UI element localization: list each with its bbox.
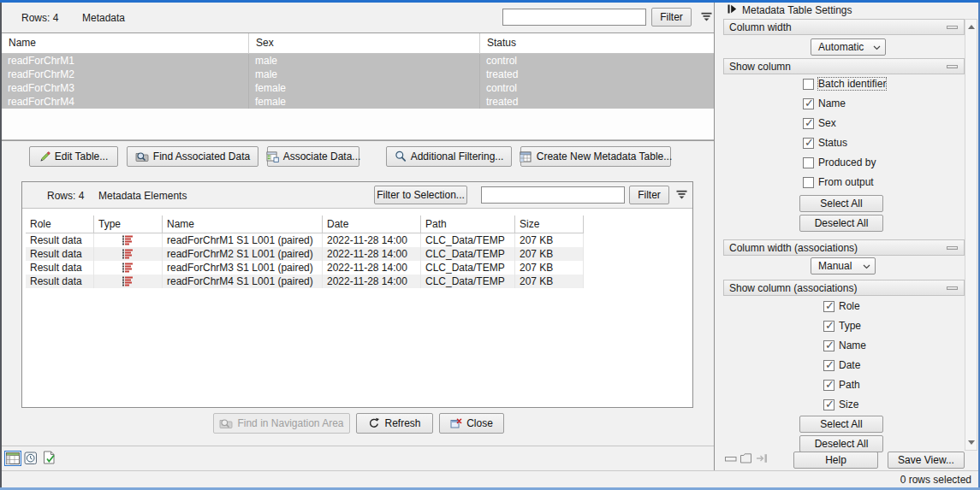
table-row[interactable]: readForChrM1 male control xyxy=(2,54,715,68)
checkbox-label: Role xyxy=(839,300,860,312)
checkbox-box[interactable] xyxy=(823,301,834,312)
section-header-show-column-associations[interactable]: Show column (associations) xyxy=(723,280,965,296)
checkbox-type[interactable]: Type xyxy=(823,319,861,333)
sidebar-collapse-icon[interactable] xyxy=(728,4,737,14)
column-header-type[interactable]: Type xyxy=(94,215,163,233)
find-associated-data-button[interactable]: Find Associated Data xyxy=(127,146,258,167)
scroll-up-icon[interactable] xyxy=(968,25,975,29)
column-header-date[interactable]: Date xyxy=(323,215,421,233)
collapse-handle-icon[interactable] xyxy=(947,65,958,68)
associate-data-button[interactable]: Associate Data... xyxy=(267,146,359,167)
checkbox-status[interactable]: Status xyxy=(803,136,847,150)
table-view-icon[interactable] xyxy=(4,451,21,466)
table-grid-icon xyxy=(266,151,279,162)
column-width-select[interactable]: Automatic xyxy=(811,38,886,56)
table-row[interactable]: readForChrM4 female treated xyxy=(2,95,715,109)
checkbox-date[interactable]: Date xyxy=(823,358,860,372)
checkbox-path[interactable]: Path xyxy=(823,378,860,392)
cell-name: readForChrM4 S1 L001 (paired) xyxy=(163,275,323,288)
dock-right-icon[interactable] xyxy=(756,453,768,463)
table-row[interactable]: Result data readForChrM3 S1 L001 (paired… xyxy=(26,261,584,275)
history-clock-icon[interactable] xyxy=(24,452,38,465)
metadata-filter-input[interactable] xyxy=(502,9,646,26)
float-window-icon[interactable] xyxy=(740,453,751,463)
table-row[interactable]: Result data readForChrM4 S1 L001 (paired… xyxy=(26,275,584,288)
cell-type xyxy=(94,275,163,288)
checkbox-batch-identifier[interactable]: Batch identifier xyxy=(803,77,886,91)
checkbox-size[interactable]: Size xyxy=(823,398,858,411)
section-header-column-width-associations[interactable]: Column width (associations) xyxy=(723,239,965,256)
section-header-column-width[interactable]: Column width xyxy=(723,19,965,35)
section-header-show-column[interactable]: Show column xyxy=(723,58,965,74)
select-all-button[interactable]: Select All xyxy=(799,195,883,212)
checkbox-produced-by[interactable]: Produced by xyxy=(803,156,876,169)
table-row[interactable]: readForChrM2 male treated xyxy=(2,68,715,81)
checkbox-box[interactable] xyxy=(823,380,834,391)
sequence-list-icon xyxy=(122,249,134,259)
checkbox-role[interactable]: Role xyxy=(823,299,860,313)
close-button[interactable]: Close xyxy=(439,413,504,434)
select-all-associations-button[interactable]: Select All xyxy=(799,416,883,433)
folder-magnifier-icon xyxy=(135,151,149,162)
create-new-metadata-table-button[interactable]: Create New Metadata Table... xyxy=(520,146,671,167)
checkbox-box[interactable] xyxy=(803,157,814,168)
element-info-icon[interactable] xyxy=(43,451,56,464)
cell-date: 2022-11-28 14:00 xyxy=(323,275,421,288)
table-row[interactable]: Result data readForChrM2 S1 L001 (paired… xyxy=(26,247,584,261)
elements-filter-button[interactable]: Filter xyxy=(629,186,669,204)
deselect-all-associations-button[interactable]: Deselect All xyxy=(799,435,883,452)
filter-lines-icon[interactable] xyxy=(676,190,687,199)
table-row[interactable]: readForChrM3 female control xyxy=(2,81,715,95)
metadata-filter-button[interactable]: Filter xyxy=(651,8,692,27)
column-header-sex[interactable]: Sex xyxy=(249,33,480,54)
filter-to-selection-button[interactable]: Filter to Selection... xyxy=(374,186,467,204)
edit-table-button[interactable]: Edit Table... xyxy=(29,146,118,167)
checkbox-box[interactable] xyxy=(803,138,814,149)
checkbox-from-output[interactable]: From output xyxy=(803,175,874,189)
minimize-icon[interactable] xyxy=(725,456,737,463)
cell-path: CLC_Data/TEMP xyxy=(421,261,515,275)
select-all-label: Select All xyxy=(820,198,862,210)
checkbox-sex[interactable]: Sex xyxy=(803,116,836,130)
column-header-name[interactable]: Name xyxy=(163,215,323,233)
collapse-handle-icon[interactable] xyxy=(947,286,958,290)
checkbox-label: Batch identifier xyxy=(818,78,886,90)
column-header-name[interactable]: Name xyxy=(2,33,249,54)
checkbox-box[interactable] xyxy=(803,79,814,90)
folder-magnifier-icon xyxy=(219,417,233,429)
checkbox-box[interactable] xyxy=(823,321,834,332)
deselect-all-button[interactable]: Deselect All xyxy=(799,215,883,232)
checkbox-box[interactable] xyxy=(823,340,834,351)
save-view-button[interactable]: Save View... xyxy=(888,452,965,469)
checkbox-assoc-name[interactable]: Name xyxy=(823,339,866,352)
column-header-path[interactable]: Path xyxy=(421,215,515,233)
filter-button-label: Filter xyxy=(660,11,683,23)
checkbox-box[interactable] xyxy=(823,360,834,371)
find-in-navigation-area-button[interactable]: Find in Navigation Area xyxy=(213,413,350,434)
side-panel-scrollbar[interactable] xyxy=(965,19,977,451)
column-header-role[interactable]: Role xyxy=(26,215,94,233)
checkbox-box[interactable] xyxy=(803,118,814,129)
collapse-handle-icon[interactable] xyxy=(947,246,958,250)
column-width-associations-select[interactable]: Manual xyxy=(811,257,876,275)
chevron-down-icon xyxy=(873,45,881,50)
elements-filter-input[interactable] xyxy=(481,186,625,204)
checkbox-box[interactable] xyxy=(803,177,814,188)
checkbox-name[interactable]: Name xyxy=(803,97,846,110)
additional-filtering-button[interactable]: Additional Filtering... xyxy=(386,146,512,167)
panel-splitter[interactable] xyxy=(714,3,715,470)
additional-filtering-label: Additional Filtering... xyxy=(411,151,504,162)
checkbox-box[interactable] xyxy=(803,98,814,109)
table-row[interactable]: Result data readForChrM1 S1 L001 (paired… xyxy=(26,233,584,247)
checkbox-box[interactable] xyxy=(823,399,834,410)
scroll-down-icon[interactable] xyxy=(968,440,975,445)
column-header-size[interactable]: Size xyxy=(515,215,584,233)
pencil-icon xyxy=(39,151,50,162)
dropdown-value: Manual xyxy=(818,260,852,272)
filter-lines-icon[interactable] xyxy=(701,12,712,21)
collapse-handle-icon[interactable] xyxy=(947,26,958,29)
help-button[interactable]: Help xyxy=(793,452,878,469)
column-header-status[interactable]: Status xyxy=(480,33,715,54)
refresh-button[interactable]: Refresh xyxy=(356,413,433,434)
save-view-label: Save View... xyxy=(898,454,954,466)
